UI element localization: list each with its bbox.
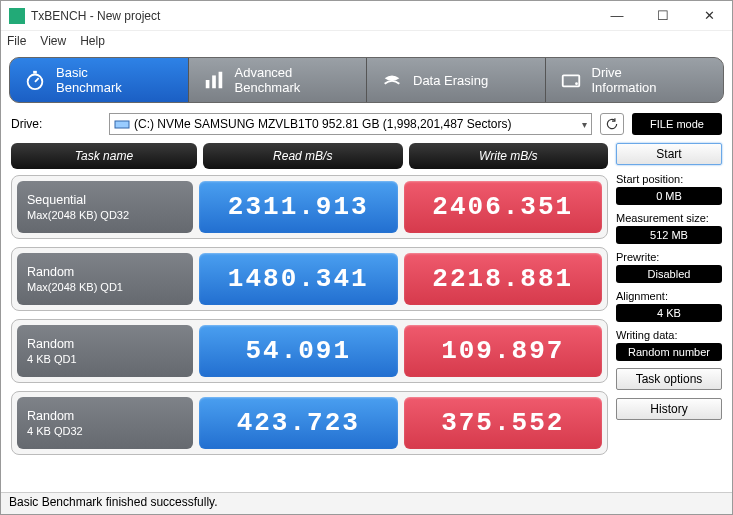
erase-icon [381,69,403,91]
tab-label: Data Erasing [413,73,488,88]
close-button[interactable]: ✕ [686,1,732,31]
stopwatch-icon [24,69,46,91]
header-write: Write mB/s [409,143,609,169]
status-bar: Basic Benchmark finished successfully. [1,492,732,514]
read-value: 2311.913 [199,181,398,233]
minimize-button[interactable]: — [594,1,640,31]
write-value: 375.552 [404,397,603,449]
alignment-label: Alignment: [616,290,722,302]
task-name: Sequential [27,192,183,208]
start-position-value[interactable]: 0 MB [616,187,722,205]
drive-selected: (C:) NVMe SAMSUNG MZVLB1T0 952.81 GB (1,… [134,117,511,131]
header-task: Task name [11,143,197,169]
bench-row: Random4 KB QD32423.723375.552 [11,391,608,455]
tab-drive-information[interactable]: Drive Information [546,58,724,102]
svg-rect-9 [115,121,129,128]
drive-select[interactable]: (C:) NVMe SAMSUNG MZVLB1T0 952.81 GB (1,… [109,113,592,135]
svg-rect-4 [205,80,209,88]
disk-icon [114,118,130,130]
menu-view[interactable]: View [40,34,66,48]
alignment-value[interactable]: 4 KB [616,304,722,322]
task-name: Random [27,336,183,352]
svg-rect-2 [33,71,37,74]
menubar: File View Help [1,31,732,51]
side-panel: Start Start position: 0 MB Measurement s… [616,143,722,463]
maximize-button[interactable]: ☐ [640,1,686,31]
bench-row: RandomMax(2048 KB) QD11480.3412218.881 [11,247,608,311]
read-value: 54.091 [199,325,398,377]
task-options-button[interactable]: Task options [616,368,722,390]
prewrite-value[interactable]: Disabled [616,265,722,283]
titlebar: TxBENCH - New project — ☐ ✕ [1,1,732,31]
tab-label: Basic Benchmark [56,65,122,95]
task-cell: RandomMax(2048 KB) QD1 [17,253,193,305]
tab-basic-benchmark[interactable]: Basic Benchmark [10,58,189,102]
task-sub: 4 KB QD32 [27,424,183,438]
measurement-size-label: Measurement size: [616,212,722,224]
task-cell: SequentialMax(2048 KB) QD32 [17,181,193,233]
menu-help[interactable]: Help [80,34,105,48]
write-value: 2218.881 [404,253,603,305]
window-title: TxBENCH - New project [31,9,594,23]
svg-rect-6 [218,72,222,89]
bench-row: SequentialMax(2048 KB) QD322311.9132406.… [11,175,608,239]
svg-point-8 [575,82,578,85]
app-icon [9,8,25,24]
drive-label: Drive: [11,117,101,131]
write-value: 2406.351 [404,181,603,233]
writing-data-value[interactable]: Random number [616,343,722,361]
task-sub: 4 KB QD1 [27,352,183,366]
header-read: Read mB/s [203,143,403,169]
task-name: Random [27,264,183,280]
measurement-size-value[interactable]: 512 MB [616,226,722,244]
svg-line-3 [35,78,39,82]
tab-advanced-benchmark[interactable]: Advanced Benchmark [189,58,368,102]
chevron-down-icon: ▾ [582,119,587,130]
task-cell: Random4 KB QD1 [17,325,193,377]
read-value: 423.723 [199,397,398,449]
start-position-label: Start position: [616,173,722,185]
bars-icon [203,69,225,91]
write-value: 109.897 [404,325,603,377]
tab-data-erasing[interactable]: Data Erasing [367,58,546,102]
drive-icon [560,69,582,91]
bench-row: Random4 KB QD154.091109.897 [11,319,608,383]
refresh-button[interactable] [600,113,624,135]
tab-label: Drive Information [592,65,657,95]
file-mode-button[interactable]: FILE mode [632,113,722,135]
start-button[interactable]: Start [616,143,722,165]
task-sub: Max(2048 KB) QD32 [27,208,183,222]
prewrite-label: Prewrite: [616,251,722,263]
writing-data-label: Writing data: [616,329,722,341]
task-cell: Random4 KB QD32 [17,397,193,449]
read-value: 1480.341 [199,253,398,305]
svg-rect-0 [9,8,25,24]
svg-rect-5 [212,75,216,88]
tab-label: Advanced Benchmark [235,65,301,95]
tab-bar: Basic Benchmark Advanced Benchmark Data … [9,57,724,103]
results-panel: Task name Read mB/s Write mB/s Sequentia… [11,143,608,463]
task-name: Random [27,408,183,424]
menu-file[interactable]: File [7,34,26,48]
task-sub: Max(2048 KB) QD1 [27,280,183,294]
history-button[interactable]: History [616,398,722,420]
drive-row: Drive: (C:) NVMe SAMSUNG MZVLB1T0 952.81… [1,103,732,139]
refresh-icon [605,117,619,131]
